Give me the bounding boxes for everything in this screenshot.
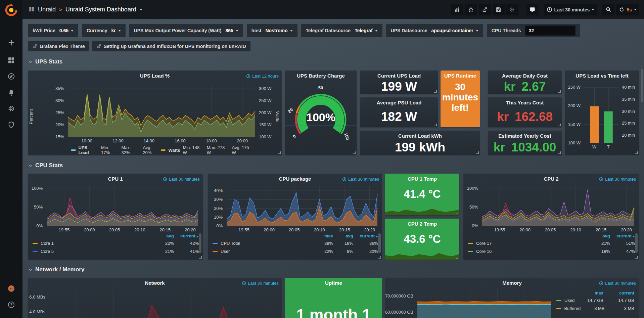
axis-tick: 15%	[55, 134, 64, 139]
panel-title[interactable]: UPS Battery Charge	[285, 73, 357, 79]
variable-kwh-price-value[interactable]: 0.65	[59, 28, 74, 33]
help-icon[interactable]: ?	[7, 300, 16, 309]
legend-swatch[interactable]	[556, 300, 561, 301]
time-range-picker[interactable]: Last 30 minutes	[544, 4, 597, 15]
network-chart[interactable]	[49, 289, 279, 318]
legend-swatch[interactable]	[213, 251, 218, 252]
section-cpu-stats[interactable]: CPU Stats	[28, 162, 63, 169]
legend-sort-max[interactable]: max	[579, 290, 603, 296]
alerting-bell-icon[interactable]	[7, 88, 16, 97]
dashboards-icon[interactable]	[7, 56, 16, 65]
axis-tick: 20:05	[545, 227, 556, 232]
legend-swatch[interactable]	[468, 243, 473, 244]
save-button[interactable]	[493, 4, 505, 15]
legend-sort-current[interactable]: current	[610, 233, 635, 238]
section-ups-stats[interactable]: UPS Stats	[28, 58, 62, 65]
breadcrumb-app[interactable]: Unraid	[38, 6, 56, 13]
variable-ups-datasource-value[interactable]: apcupsd-container	[431, 28, 478, 33]
cpu2-chart[interactable]	[482, 186, 634, 226]
panel-time-range[interactable]: Last 30 minutes	[242, 281, 279, 286]
panel-title[interactable]: This Years Cost	[488, 100, 562, 105]
legend-sort-avg[interactable]: avg	[590, 233, 610, 238]
legend-sort-max[interactable]: max	[313, 233, 333, 238]
share-button[interactable]	[479, 4, 491, 15]
cpu-threads-input[interactable]	[525, 26, 576, 36]
section-network-memory[interactable]: Network / Memory	[28, 266, 84, 273]
panel-title[interactable]: CPU 2 Temp	[385, 221, 459, 227]
panel-title[interactable]: Uptime	[285, 280, 382, 286]
explore-icon[interactable]	[7, 72, 16, 81]
panel-title[interactable]: Current Load kWh	[360, 133, 480, 139]
panel-title[interactable]: UPS Runtime	[441, 73, 480, 79]
panel-time-range[interactable]: Last 30 minutes	[342, 177, 379, 182]
legend-label[interactable]: UPS Load	[79, 145, 98, 155]
legend-label[interactable]: Core 1	[41, 241, 54, 246]
legend-label[interactable]: Core 17	[476, 241, 492, 246]
memory-chart[interactable]	[417, 289, 551, 318]
legend-label[interactable]: User	[221, 249, 230, 254]
grafana-logo[interactable]	[4, 3, 19, 17]
panel-title[interactable]: UPS Load %	[28, 73, 282, 79]
axis-tick: 4.0 MBs	[29, 309, 45, 314]
legend-swatch[interactable]	[213, 243, 218, 244]
zoom-out-button[interactable]	[602, 4, 614, 15]
admin-shield-icon[interactable]	[7, 120, 16, 129]
variable-host-value[interactable]: Nostromo	[265, 28, 292, 33]
legend-sort-current[interactable]: current	[603, 290, 634, 296]
page-scrollbar-thumb[interactable]	[641, 69, 643, 102]
legend-label[interactable]: CPU Total	[221, 241, 240, 246]
legend-sort-avg[interactable]: avg	[333, 233, 353, 238]
link-grafana-plex-theme[interactable]: Grafana Plex Theme	[28, 41, 89, 51]
panel-title[interactable]: Average PSU Load	[360, 100, 438, 105]
legend-scrollbar[interactable]	[199, 233, 201, 253]
panel-title[interactable]: Average Daily Cost	[488, 73, 562, 79]
panel-title[interactable]: UPS Load vs Time left	[565, 73, 639, 79]
refresh-interval-label[interactable]: 5s	[627, 7, 632, 12]
dashboard-title-caret-icon[interactable]	[140, 9, 142, 10]
legend-swatch[interactable]	[71, 149, 76, 151]
legend-sort-avg[interactable]: avg	[154, 233, 174, 238]
panel-time-range[interactable]: Last 30 minutes	[599, 177, 636, 182]
legend-swatch[interactable]	[33, 251, 38, 252]
legend-swatch[interactable]	[468, 251, 473, 252]
y-axis: 100%50%0%	[463, 186, 480, 226]
panel-title[interactable]: Current UPS Load	[360, 73, 438, 79]
panel-time-range[interactable]: Last 30 minutes	[599, 281, 636, 286]
cycle-view-mode-button[interactable]	[526, 4, 539, 15]
user-avatar[interactable]	[7, 284, 16, 293]
variable-currency-value[interactable]: kr	[111, 28, 121, 33]
legend-scrollbar[interactable]	[378, 233, 381, 253]
legend-label[interactable]: Core 16	[476, 249, 492, 254]
configuration-gear-icon[interactable]	[7, 104, 16, 113]
add-panel-button[interactable]	[451, 4, 463, 15]
link-ups-monitoring-guide[interactable]: Setting up Grafana and InfluxDB for UPS …	[92, 41, 250, 51]
variable-ups-max-output-value[interactable]: 865	[226, 28, 238, 33]
legend-swatch[interactable]	[161, 149, 166, 151]
legend-sort-current[interactable]: current	[174, 233, 199, 238]
panel-title[interactable]: Estimated Yearly Cost	[488, 133, 562, 139]
variable-telegraf-datasource-value[interactable]: Telegraf	[355, 28, 377, 33]
legend-swatch[interactable]	[556, 308, 561, 309]
dashboard-settings-button[interactable]	[506, 4, 518, 15]
axis-tick: 35%	[55, 86, 64, 91]
panel-time-range[interactable]: Last 12 hours	[246, 74, 279, 79]
legend-label[interactable]: Used	[564, 298, 574, 303]
legend-label[interactable]: Core 5	[41, 249, 54, 254]
star-button[interactable]	[465, 4, 477, 15]
legend-scrollbar[interactable]	[635, 233, 638, 253]
cpu1-chart[interactable]	[47, 186, 198, 226]
dashboard-grid-icon[interactable]	[29, 6, 35, 13]
legend-label[interactable]: Buffered	[564, 306, 581, 311]
dashboard-title[interactable]: Unraid System Dashboard	[65, 6, 136, 13]
cpu-package-chart[interactable]	[227, 186, 377, 226]
legend-swatch[interactable]	[33, 243, 38, 244]
ups-load-chart[interactable]	[68, 84, 255, 137]
refresh-button[interactable]: 5s	[616, 4, 639, 15]
legend-label[interactable]: Watts	[168, 148, 180, 153]
panel-time-range[interactable]: Last 30 minutes	[163, 177, 200, 182]
axis-tick: 20:20	[185, 227, 196, 232]
panel-title[interactable]: CPU 1 Temp	[385, 176, 459, 182]
legend-sort-current[interactable]: current	[353, 233, 378, 238]
ups-bar-chart[interactable]	[584, 87, 619, 143]
create-icon[interactable]	[7, 38, 16, 47]
